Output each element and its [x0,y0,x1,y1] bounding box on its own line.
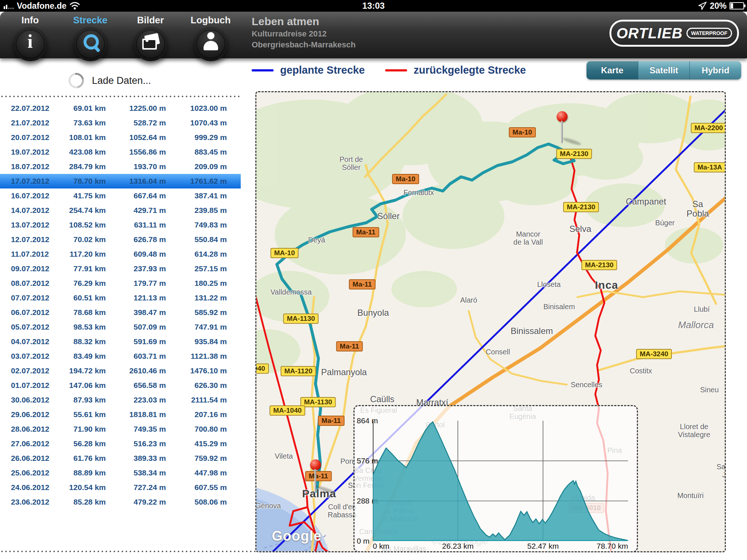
map-label: Sóller [377,211,399,221]
ride-row-16.07.2012[interactable]: 16.07.201241.75 km667.64 m387.41 m [0,188,241,203]
ride-descent: 700.80 m [166,425,227,433]
map-label: Montuïri [677,491,704,499]
brand-waterproof-badge: WATERPROOF [686,28,732,39]
ride-row-02.07.2012[interactable]: 02.07.2012194.72 km2610.46 m1476.10 m [0,363,241,378]
ride-row-20.07.2012[interactable]: 20.07.2012108.01 km1052.64 m999.29 m [0,130,241,145]
tab-strecke[interactable]: Strecke [60,12,120,58]
ride-row-23.06.2012[interactable]: 23.06.201285.28 km479.22 m508.06 m [0,495,241,509]
ride-row-04.07.2012[interactable]: 04.07.201288.32 km591.69 m935.84 m [0,334,241,349]
ride-row-12.07.2012[interactable]: 12.07.201270.02 km626.78 m550.84 m [0,232,241,247]
ride-distance: 61.76 km [64,454,106,463]
elevation-panel: 864 m576 m288 m0 m 0 km26.23 km52.47 km7… [353,405,638,552]
ride-descent: 607.55 m [166,483,227,492]
ride-ascent: 479.22 m [106,498,166,506]
map-label: Llubí [694,305,709,313]
ride-row-26.06.2012[interactable]: 26.06.201261.76 km389.33 m759.92 m [0,451,241,466]
map-type-karte[interactable]: Karte [587,61,638,79]
ride-ascent: 507.09 m [106,323,166,331]
tab-bar: InfoiStreckeBilderLogbuch [0,12,241,58]
ride-row-28.06.2012[interactable]: 28.06.201271.90 km749.35 m700.80 m [0,422,241,436]
tab-logbuch[interactable]: Logbuch [181,12,241,58]
ride-descent: 1121.38 m [166,352,227,361]
google-watermark: Google [272,528,322,544]
map-label: Costitx [630,367,652,375]
map-type-hybrid[interactable]: Hybrid [690,61,741,79]
start-pin[interactable] [310,459,321,470]
ride-distance: 87.93 km [64,396,106,404]
map-label: Sineu [700,386,719,394]
ride-row-22.07.2012[interactable]: 22.07.201269.01 km1225.00 m1023.00 m [0,101,241,116]
ride-row-07.07.2012[interactable]: 07.07.201260.51 km121.13 m131.22 m [0,291,241,305]
ride-ascent: 656.58 m [106,381,166,390]
ride-ascent: 609.48 m [106,250,166,258]
road-badge-ma-2200: MA-2200 [691,123,726,133]
tab-bilder[interactable]: Bilder [120,12,181,58]
ride-date: 18.07.2012 [0,162,64,171]
ride-row-18.07.2012[interactable]: 18.07.2012284.79 km193.70 m209.09 m [0,159,241,174]
tab-info[interactable]: Infoi [0,12,60,58]
destination-pin[interactable] [557,111,568,122]
tab-button[interactable]: i [13,27,47,61]
ride-date: 28.06.2012 [0,425,64,433]
road-badge-ma-1040: MA-1040 [270,405,305,416]
map-label: Binissalem [511,326,553,336]
road-badge-ma-10: Ma-10 [509,127,536,137]
ride-ascent: 429.71 m [106,206,166,215]
map-label: Valldemossa [270,288,311,296]
ride-distance: 98.53 km [64,323,106,331]
ride-ascent: 538.34 m [106,468,166,477]
road-badge-ma-2130: MA-2130 [563,202,599,212]
ride-distance: 60.51 km [64,293,106,302]
trip-subtitle: Kulturradreise 2012 [252,29,356,39]
ride-date: 30.06.2012 [0,396,64,404]
ride-distance: 56.28 km [64,439,106,448]
tab-button[interactable] [194,27,228,61]
ride-distance: 69.01 km [64,104,106,113]
ride-row-01.07.2012[interactable]: 01.07.2012147.06 km656.58 m626.30 m [0,378,241,393]
ride-ascent: 1818.81 m [106,410,166,419]
ride-row-19.07.2012[interactable]: 19.07.2012423.08 km1556.86 m883.45 m [0,145,241,159]
map-label: Selva [569,224,591,234]
ride-row-17.07.2012[interactable]: 17.07.201278.70 km1316.04 m1761.62 m [0,174,241,188]
tab-button[interactable] [133,27,168,61]
tab-button[interactable] [73,27,108,61]
ride-row-06.07.2012[interactable]: 06.07.201278.68 km398.47 m585.92 m [0,305,241,320]
ride-distance: 77.91 km [64,264,106,273]
map[interactable]: Port de SóllerFornalutxSóllerDeyáValldem… [255,91,726,552]
map-label: Inca [595,279,618,291]
ride-table: 22.07.201269.01 km1225.00 m1023.00 m21.0… [0,101,241,509]
ride-ascent: 398.47 m [106,308,166,317]
map-label: Campanet [626,197,666,206]
ride-descent: 257.15 m [166,264,227,273]
ride-row-11.07.2012[interactable]: 11.07.2012117.20 km609.48 m614.28 m [0,247,241,261]
ride-row-08.07.2012[interactable]: 08.07.201276.29 km179.77 m180.25 m [0,276,241,291]
ride-row-09.07.2012[interactable]: 09.07.201277.91 km237.93 m257.15 m [0,261,241,276]
ride-row-25.06.2012[interactable]: 25.06.201288.89 km538.34 m447.98 m [0,466,241,480]
ride-row-03.07.2012[interactable]: 03.07.201283.49 km603.71 m1121.38 m [0,349,241,363]
map-type-satellit[interactable]: Satellit [638,61,690,79]
ride-descent: 883.45 m [166,148,227,156]
ride-row-29.06.2012[interactable]: 29.06.201255.61 km1818.81 m207.16 m [0,407,241,422]
ride-distance: 85.28 km [64,498,106,506]
ride-descent: 747.91 m [166,323,227,331]
ride-row-30.06.2012[interactable]: 30.06.201287.93 km223.03 m2111.54 m [0,393,241,407]
loading-indicator: Lade Daten... [69,73,151,88]
ride-row-14.07.2012[interactable]: 14.07.2012254.74 km429.71 m239.85 m [0,203,241,218]
ride-row-24.06.2012[interactable]: 24.06.2012120.54 km727.24 m607.55 m [0,480,241,495]
road-badge-ma-10: MA-10 [270,248,298,258]
ride-descent: 935.84 m [166,337,227,346]
ride-descent: 447.98 m [166,468,227,477]
ride-date: 25.06.2012 [0,468,64,477]
ride-row-27.06.2012[interactable]: 27.06.201256.28 km516.23 m415.29 m [0,436,241,451]
road-badge-ma-13a: Ma-13A [694,162,726,172]
ride-row-13.07.2012[interactable]: 13.07.2012108.52 km631.11 m749.83 m [0,218,241,232]
ride-date: 07.07.2012 [0,293,64,302]
ride-date: 17.07.2012 [0,177,64,186]
ride-row-05.07.2012[interactable]: 05.07.201298.53 km507.09 m747.91 m [0,320,241,334]
ride-row-21.07.2012[interactable]: 21.07.201273.63 km528.72 m1070.43 m [0,116,241,130]
ride-date: 21.07.2012 [0,118,64,127]
ride-distance: 76.29 km [64,279,106,288]
ride-descent: 749.83 m [166,221,227,229]
ride-date: 16.07.2012 [0,191,64,200]
road-badge-ma-11: Ma-11 [353,227,379,237]
